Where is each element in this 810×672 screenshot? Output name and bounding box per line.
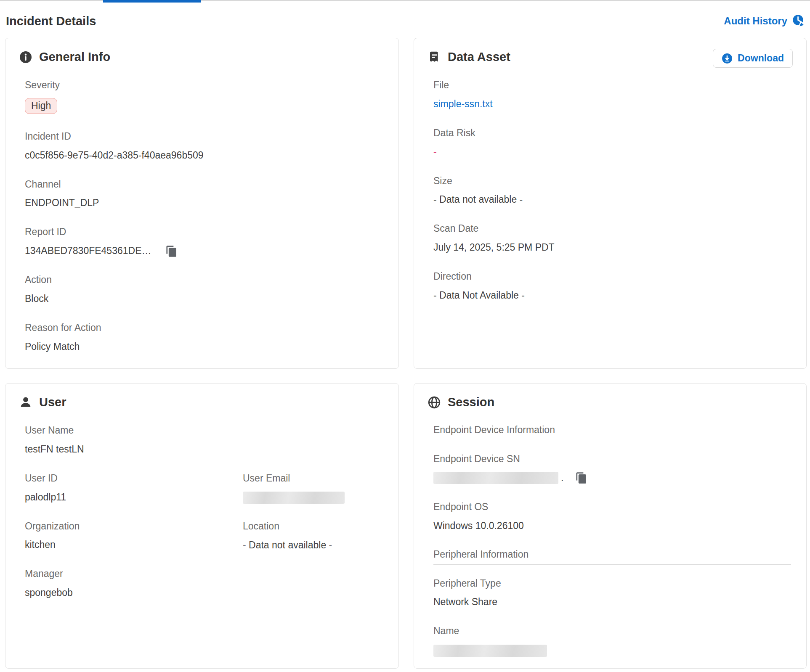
incident-details-page: Incident Details Audit History General I… bbox=[0, 3, 810, 669]
document-icon bbox=[428, 50, 441, 64]
copy-icon bbox=[165, 245, 178, 257]
field-severity: Severity High bbox=[25, 79, 383, 114]
channel-value: ENDPOINT_DLP bbox=[25, 197, 383, 209]
data-asset-title: Data Asset bbox=[448, 50, 510, 64]
tab-bar-remnant bbox=[0, 0, 810, 3]
field-endpoint-device-sn: Endpoint Device SN . bbox=[433, 453, 791, 484]
user-title: User bbox=[39, 395, 66, 409]
file-link[interactable]: simple-ssn.txt bbox=[433, 98, 493, 109]
cards-grid: General Info Severity High Incident ID c… bbox=[5, 38, 807, 669]
incident-id-value: c0c5f856-9e75-40d2-a385-f40aea96b509 bbox=[25, 149, 383, 162]
general-info-card: General Info Severity High Incident ID c… bbox=[5, 38, 399, 369]
field-data-risk: Data Risk - bbox=[433, 127, 791, 159]
field-action: Action Block bbox=[25, 274, 383, 305]
endpoint-os-value: Windows 10.0.26100 bbox=[433, 520, 791, 532]
field-user-id: User ID palodlp11 bbox=[25, 472, 243, 504]
severity-badge: High bbox=[25, 98, 57, 114]
field-location: Location - Data not available - bbox=[243, 520, 383, 552]
organization-value: kitchen bbox=[25, 539, 243, 551]
field-report-id: Report ID 134ABED7830FE45361DE… bbox=[25, 226, 383, 257]
field-file: File simple-ssn.txt bbox=[433, 79, 791, 111]
download-button[interactable]: Download bbox=[713, 49, 793, 68]
user-icon bbox=[19, 396, 32, 409]
user-card: User User Name testFN testLN User ID pal… bbox=[5, 383, 399, 669]
field-channel: Channel ENDPOINT_DLP bbox=[25, 178, 383, 210]
audit-history-link[interactable]: Audit History bbox=[724, 14, 806, 28]
copy-icon bbox=[575, 472, 587, 484]
page-header: Incident Details Audit History bbox=[5, 3, 807, 38]
endpoint-device-section: Endpoint Device Information Endpoint Dev… bbox=[433, 424, 791, 532]
field-direction: Direction - Data Not Available - bbox=[433, 270, 791, 302]
copy-report-id-button[interactable] bbox=[165, 245, 178, 257]
scan-date-value: July 14, 2025, 5:25 PM PDT bbox=[433, 241, 791, 254]
general-info-header: General Info bbox=[19, 50, 383, 64]
field-user-name: User Name testFN testLN bbox=[25, 424, 383, 456]
size-value: - Data not available - bbox=[433, 193, 791, 206]
user-id-value: palodlp11 bbox=[25, 491, 243, 504]
info-icon bbox=[19, 50, 32, 64]
peripheral-type-value: Network Share bbox=[433, 596, 791, 609]
section-divider bbox=[433, 440, 791, 440]
direction-value: - Data Not Available - bbox=[433, 289, 791, 302]
field-incident-id: Incident ID c0c5f856-9e75-40d2-a385-f40a… bbox=[25, 130, 383, 162]
field-size: Size - Data not available - bbox=[433, 175, 791, 206]
reason-value: Policy Match bbox=[25, 341, 383, 353]
download-icon bbox=[722, 53, 733, 64]
download-label: Download bbox=[738, 53, 784, 64]
session-card: Session Endpoint Device Information Endp… bbox=[414, 383, 807, 669]
report-id-value: 134ABED7830FE45361DE… bbox=[25, 245, 151, 257]
peripheral-section-heading: Peripheral Information bbox=[433, 549, 791, 560]
field-organization: Organization kitchen bbox=[25, 520, 243, 552]
location-value: - Data not available - bbox=[243, 539, 383, 552]
active-tab-indicator[interactable] bbox=[103, 0, 201, 3]
session-title: Session bbox=[448, 395, 494, 409]
copy-endpoint-sn-button[interactable] bbox=[575, 472, 587, 484]
globe-icon bbox=[428, 396, 441, 409]
endpoint-device-sn-redacted-value bbox=[433, 472, 558, 484]
manager-value: spongebob bbox=[25, 587, 243, 599]
field-reason-for-action: Reason for Action Policy Match bbox=[25, 322, 383, 353]
field-peripheral-type: Peripheral Type Network Share bbox=[433, 577, 791, 609]
session-header: Session bbox=[428, 395, 791, 409]
action-value: Block bbox=[25, 293, 383, 305]
field-manager: Manager spongebob bbox=[25, 568, 243, 599]
peripheral-name-redacted-value bbox=[433, 645, 547, 657]
data-risk-value: - bbox=[433, 146, 437, 157]
user-header: User bbox=[19, 395, 383, 409]
data-asset-card: Data Asset Download File simple-ssn.txt bbox=[414, 38, 807, 369]
section-divider bbox=[433, 564, 791, 565]
field-user-email: User Email bbox=[243, 472, 383, 504]
field-endpoint-os: Endpoint OS Windows 10.0.26100 bbox=[433, 501, 791, 532]
user-email-redacted-value bbox=[243, 492, 345, 504]
endpoint-device-sn-suffix: . bbox=[561, 472, 563, 484]
audit-history-label: Audit History bbox=[724, 15, 787, 27]
peripheral-section: Peripheral Information Peripheral Type N… bbox=[433, 549, 791, 657]
audit-history-icon bbox=[792, 14, 806, 28]
page-title: Incident Details bbox=[6, 14, 96, 28]
field-scan-date: Scan Date July 14, 2025, 5:25 PM PDT bbox=[433, 222, 791, 254]
user-name-value: testFN testLN bbox=[25, 443, 383, 456]
general-info-title: General Info bbox=[39, 50, 110, 64]
endpoint-section-heading: Endpoint Device Information bbox=[433, 424, 791, 436]
field-peripheral-name: Name bbox=[433, 625, 791, 656]
